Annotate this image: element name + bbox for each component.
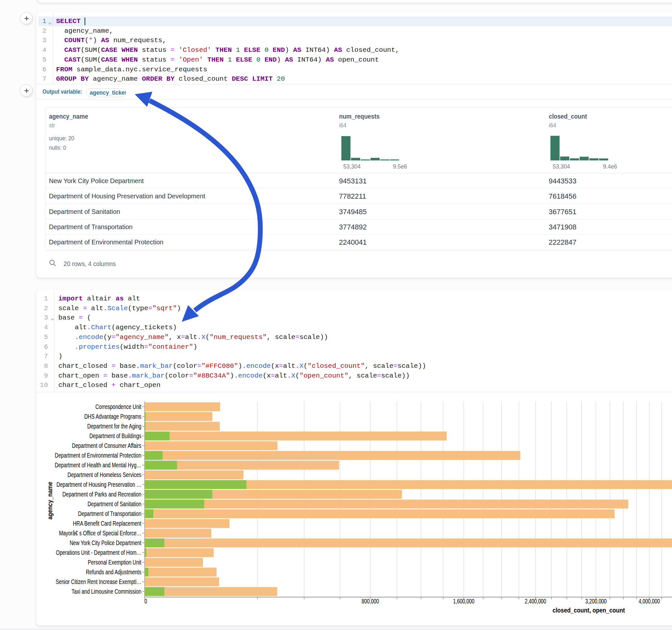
svg-text:Department of Consumer Affairs: Department of Consumer Affairs [72,442,141,449]
svg-text:HRA Benefit Card Replacement: HRA Benefit Card Replacement [73,520,141,527]
svg-text:Department of Environmental Pr: Department of Environmental Protection [55,452,141,459]
svg-text:Personal Exemption Unit: Personal Exemption Unit [88,559,141,566]
svg-text:Department of Parks and Recrea: Department of Parks and Recreation [62,491,141,498]
svg-text:closed_count, open_count: closed_count, open_count [552,607,625,614]
svg-text:DHS Advantage Programs: DHS Advantage Programs [84,413,141,420]
svg-text:Operations Unit - Department o: Operations Unit - Department of Hom… [56,549,141,556]
svg-text:Department of Housing Preserva: Department of Housing Preservation … [56,481,141,488]
svg-text:Refunds and Adjustments: Refunds and Adjustments [86,568,141,576]
svg-text:Senior Citizen Rent Increase E: Senior Citizen Rent Increase Exempti… [56,578,141,585]
svg-text:4,000,000: 4,000,000 [639,598,660,605]
svg-text:Mayorâ€ s Office of Special En: Mayorâ€ s Office of Special Enforce… [59,530,141,537]
svg-text:New York City Police Departmen: New York City Police Department [70,539,141,547]
svg-text:Taxi and Limousine Commission: Taxi and Limousine Commission [72,588,141,595]
svg-text:Department of Buildings: Department of Buildings [90,432,141,439]
svg-text:Department for the Aging: Department for the Aging [87,422,141,430]
svg-text:3,200,000: 3,200,000 [585,598,606,605]
svg-text:Department of Homeless Service: Department of Homeless Services [67,471,141,478]
svg-text:2,400,000: 2,400,000 [525,598,546,605]
svg-text:0: 0 [144,598,147,605]
svg-text:Department of Health and Menta: Department of Health and Mental Hyg… [55,461,141,468]
svg-text:agency_name: agency_name [46,482,53,520]
svg-text:Department of Transportation: Department of Transportation [78,510,141,517]
svg-text:800,000: 800,000 [361,598,379,605]
svg-text:Department of Sanitation: Department of Sanitation [88,500,141,508]
svg-text:Correspondence Unit: Correspondence Unit [95,403,141,410]
svg-text:1,600,000: 1,600,000 [453,598,475,605]
